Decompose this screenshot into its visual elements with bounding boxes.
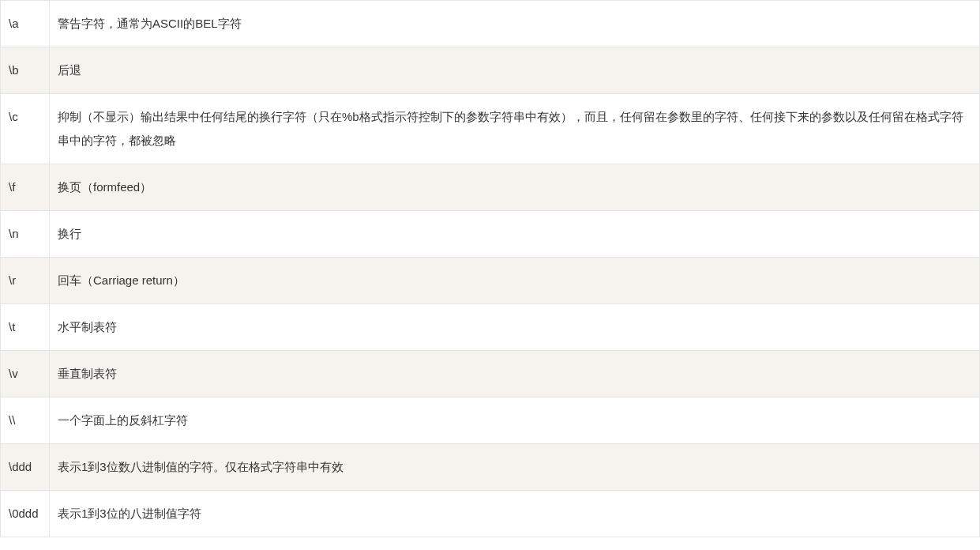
escape-code: \ddd <box>1 444 50 491</box>
escape-sequence-table: \a 警告字符，通常为ASCII的BEL字符 \b 后退 \c 抑制（不显示）输… <box>0 0 980 537</box>
table-row: \n 换行 <box>1 211 980 258</box>
escape-desc: 垂直制表符 <box>50 351 980 397</box>
escape-desc: 水平制表符 <box>50 304 980 351</box>
escape-code: \c <box>1 94 50 164</box>
escape-desc: 后退 <box>50 47 980 94</box>
escape-code: \0ddd <box>1 491 50 537</box>
escape-desc: 一个字面上的反斜杠字符 <box>50 397 980 444</box>
escape-code: \v <box>1 351 50 397</box>
table-row: \b 后退 <box>1 47 980 94</box>
escape-code: \r <box>1 258 50 304</box>
escape-code: \b <box>1 47 50 94</box>
escape-code: \t <box>1 304 50 351</box>
escape-desc: 表示1到3位数八进制值的字符。仅在格式字符串中有效 <box>50 444 980 491</box>
escape-desc: 表示1到3位的八进制值字符 <box>50 491 980 537</box>
table-row: \r 回车（Carriage return） <box>1 258 980 304</box>
table-row: \0ddd 表示1到3位的八进制值字符 <box>1 491 980 537</box>
table-row: \ddd 表示1到3位数八进制值的字符。仅在格式字符串中有效 <box>1 444 980 491</box>
escape-code: \a <box>1 1 50 47</box>
escape-code: \\ <box>1 397 50 444</box>
table-row: \c 抑制（不显示）输出结果中任何结尾的换行字符（只在%b格式指示符控制下的参数… <box>1 94 980 164</box>
table-row: \t 水平制表符 <box>1 304 980 351</box>
table-row: \a 警告字符，通常为ASCII的BEL字符 <box>1 1 980 47</box>
table-row: \v 垂直制表符 <box>1 351 980 397</box>
escape-code: \f <box>1 164 50 211</box>
escape-desc: 警告字符，通常为ASCII的BEL字符 <box>50 1 980 47</box>
escape-desc: 换页（formfeed） <box>50 164 980 211</box>
table-row: \\ 一个字面上的反斜杠字符 <box>1 397 980 444</box>
escape-code: \n <box>1 211 50 258</box>
table-row: \f 换页（formfeed） <box>1 164 980 211</box>
escape-desc: 抑制（不显示）输出结果中任何结尾的换行字符（只在%b格式指示符控制下的参数字符串… <box>50 94 980 164</box>
escape-desc: 换行 <box>50 211 980 258</box>
escape-desc: 回车（Carriage return） <box>50 258 980 304</box>
